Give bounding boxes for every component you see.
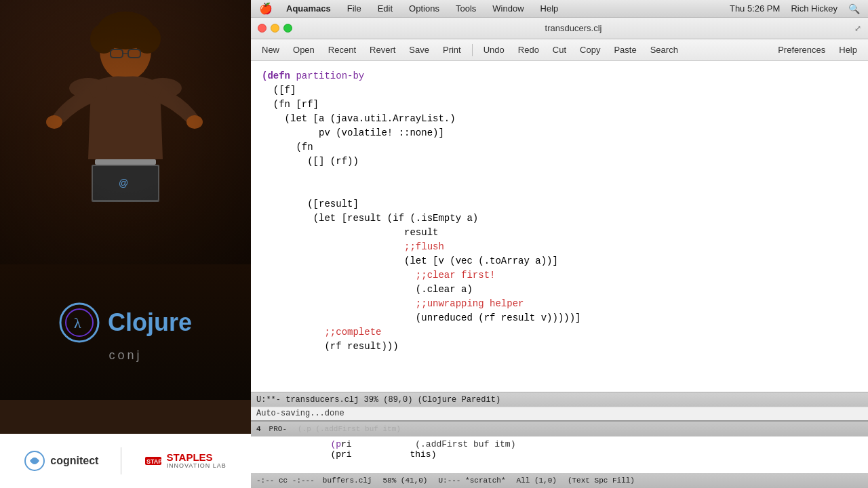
undo-button[interactable]: Undo xyxy=(478,43,510,56)
status-mode: (Clojure Paredit) xyxy=(418,395,500,405)
menu-edit[interactable]: Edit xyxy=(375,2,395,15)
autosave-message: Auto-saving...done xyxy=(256,409,344,418)
editor-panel: 🍎 Aquamacs File Edit Options Tools Windo… xyxy=(251,0,868,488)
staples-icon: STAPLES xyxy=(144,451,163,470)
status-pct: 39% (89,0) xyxy=(363,395,412,405)
menu-window[interactable]: Window xyxy=(490,2,526,15)
copy-button[interactable]: Copy xyxy=(574,43,606,56)
minimize-button[interactable] xyxy=(271,24,279,33)
staples-sub-label: INNOVATION LAB xyxy=(167,463,226,470)
menu-datetime: Thu 5:26 PM xyxy=(730,3,780,14)
staples-sponsor: STAPLES STAPLES INNOVATION LAB xyxy=(144,451,226,470)
traffic-lights xyxy=(258,24,292,33)
menu-help[interactable]: Help xyxy=(538,2,561,15)
code-line-8 xyxy=(262,169,857,183)
bottom-code-snippet: (.p (.addFirst buf itm) xyxy=(298,425,401,433)
help-button[interactable]: Help xyxy=(833,43,863,56)
code-line-1: (defn partition-by xyxy=(262,69,857,83)
redo-button[interactable]: Redo xyxy=(513,43,545,56)
code-line-10: ([result] xyxy=(262,197,857,211)
menu-options[interactable]: Options xyxy=(406,2,442,15)
search-button[interactable]: Search xyxy=(645,43,684,56)
menu-right: Thu 5:26 PM Rich Hickey 🔍 xyxy=(730,3,860,14)
recent-button[interactable]: Recent xyxy=(323,43,361,56)
conj-label: conj xyxy=(108,348,142,363)
bottom-status-left: -:-- cc -:--- xyxy=(256,476,315,485)
code-line-4: (let [a (java.util.ArrayList.) xyxy=(262,112,857,126)
autosave-bar: Auto-saving...done xyxy=(251,407,868,420)
status-left: U:**- transducers.clj 39% (89,0) (Clojur… xyxy=(256,395,863,405)
svg-text:λ: λ xyxy=(74,314,81,331)
code-line-12: result xyxy=(262,226,857,240)
bottom-area: 4 PRO- (.p (.addFirst buf itm) (pri (.ad… xyxy=(251,420,868,488)
maximize-button[interactable] xyxy=(283,24,292,33)
code-line-6: (fn xyxy=(262,140,857,155)
bottom-status-mode: U:--- *scratch* xyxy=(438,476,505,485)
app-name[interactable]: Aquamacs xyxy=(283,2,334,15)
preferences-button[interactable]: Preferences xyxy=(772,43,831,56)
menu-tools[interactable]: Tools xyxy=(453,2,479,15)
menubar: 🍎 Aquamacs File Edit Options Tools Windo… xyxy=(251,0,868,18)
code-line-20: (rf result))) xyxy=(262,340,857,354)
bottom-status-right: All (1,0) xyxy=(517,476,557,485)
svg-text:STAPLES: STAPLES xyxy=(146,458,163,465)
code-line-15: ;;clear first! xyxy=(262,268,857,283)
menu-user: Rich Hickey xyxy=(791,3,837,14)
save-button[interactable]: Save xyxy=(403,43,435,56)
logo-area: λ Clojure conj xyxy=(0,264,251,400)
cognitect-sponsor: cognitect xyxy=(24,451,98,471)
window-chrome: transducers.clj ⤢ xyxy=(251,18,868,39)
clojure-logo: λ Clojure xyxy=(59,302,192,343)
paste-button[interactable]: Paste xyxy=(608,43,642,56)
preview-line-1: (pri (.addFirst buf itm) xyxy=(262,439,857,449)
revert-button[interactable]: Revert xyxy=(364,43,401,56)
preview-line-2: (pri this) xyxy=(262,449,857,460)
video-panel: @ λ Clojure conj Nov 20-22, 201 xyxy=(0,0,251,488)
code-line-11: (let [result (if (.isEmpty a) xyxy=(262,211,857,226)
clojure-brand: Clojure xyxy=(108,308,192,337)
menu-file[interactable]: File xyxy=(344,2,364,15)
bottom-status-pos: 58% (41,0) xyxy=(382,476,427,485)
code-line-16: (.clear a) xyxy=(262,283,857,297)
staples-label: STAPLES xyxy=(167,452,226,464)
code-line-3: (fn [rf] xyxy=(262,98,857,112)
bottom-status-file: buffers.clj xyxy=(323,476,372,485)
code-line-19: ;;complete xyxy=(262,325,857,340)
code-editor[interactable]: (defn partition-by ([f] (fn [rf] (let [a… xyxy=(251,61,868,392)
code-line-14: (let [v (vec (.toArray a))] xyxy=(262,254,857,268)
bottom-footer-bar: -:-- cc -:--- buffers.clj 58% (41,0) U:-… xyxy=(251,473,868,488)
status-bar: U:**- transducers.clj 39% (89,0) (Clojur… xyxy=(251,392,868,407)
code-line-2: ([f] xyxy=(262,83,857,98)
code-line-9 xyxy=(262,183,857,197)
bottom-tab-label: PRO- xyxy=(269,425,287,433)
open-button[interactable]: Open xyxy=(288,43,320,56)
menu-search-icon[interactable]: 🔍 xyxy=(848,3,860,14)
status-filename: transducers.clj xyxy=(285,395,359,405)
code-line-5: pv (volatile! ::none)] xyxy=(262,126,857,140)
window-title: transducers.clj xyxy=(298,23,849,33)
apple-icon[interactable]: 🍎 xyxy=(259,2,273,15)
print-button[interactable]: Print xyxy=(437,43,467,56)
video-overlay xyxy=(0,0,251,264)
video-content: @ λ Clojure conj xyxy=(0,0,251,467)
close-button[interactable] xyxy=(258,24,267,33)
bottom-code-preview[interactable]: (pri (.addFirst buf itm) (pri this) xyxy=(251,436,868,473)
bottom-status-bar: 4 PRO- (.p (.addFirst buf itm) xyxy=(251,422,868,436)
toolbar: New Open Recent Revert Save Print Undo R… xyxy=(251,39,868,61)
speaker-area: @ xyxy=(0,0,251,264)
cognitect-label: cognitect xyxy=(50,455,98,467)
code-line-13: ;;flush xyxy=(262,240,857,254)
bottom-tab-num: 4 xyxy=(256,425,261,433)
cut-button[interactable]: Cut xyxy=(547,43,572,56)
code-line-18: (unreduced (rf result v)))))] xyxy=(262,311,857,325)
clojure-icon: λ xyxy=(59,302,100,343)
cognitect-icon xyxy=(24,451,45,471)
expand-icon[interactable]: ⤢ xyxy=(854,24,861,33)
code-line-17: ;;unwrapping helper xyxy=(262,297,857,311)
new-button[interactable]: New xyxy=(256,43,285,56)
status-mode-indicator: U:**- xyxy=(256,395,285,405)
sponsor-bar: cognitect STAPLES STAPLES INNOVATION LAB xyxy=(0,434,251,488)
bottom-status-fill: (Text Spc Fill) xyxy=(568,476,635,485)
code-line-7: ([] (rf)) xyxy=(262,155,857,169)
